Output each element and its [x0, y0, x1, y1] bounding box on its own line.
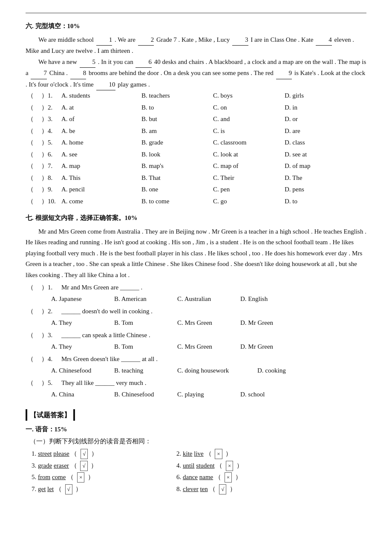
- underline-word: from: [38, 474, 50, 480]
- option-label: A. students: [61, 90, 138, 101]
- top-divider: [26, 13, 366, 13]
- option-label: C. map of: [213, 161, 281, 172]
- options-row: A. ChinaB. ChinesefoodC. playingD. schoo…: [51, 389, 366, 400]
- option-label: D. pens: [285, 184, 336, 195]
- underline-word: ten: [200, 486, 208, 492]
- answer-yi-items: 1. street please （ √ ）2. kite live （ × ）…: [32, 448, 366, 494]
- option-label: A. Japanese: [51, 294, 111, 305]
- underline-word: student: [196, 462, 214, 469]
- answer-item: 1. street please （ √ ）: [32, 448, 176, 460]
- section7-questions: （）1.Mr and Mrs Green are ______ .A. Japa…: [26, 282, 366, 400]
- blank5: 5: [80, 57, 96, 68]
- option-label: C. classroom: [213, 137, 281, 148]
- option-label: C. doing housework: [177, 365, 254, 376]
- underline-word: get: [38, 486, 46, 492]
- option-label: B. teaching: [114, 365, 174, 376]
- option-label: A. map: [61, 161, 138, 172]
- passage2-text-b: . In it you can: [98, 58, 133, 65]
- list-item: （）1.Mr and Mrs Green are ______ .: [26, 282, 366, 293]
- blank7: 7: [31, 68, 47, 79]
- passage1-text-b: . We are: [115, 36, 135, 43]
- blank6: 6: [135, 57, 152, 68]
- answer-item: 3. grade eraser （ √ ）: [32, 460, 176, 471]
- option-label: B. to: [141, 102, 210, 113]
- check-mark: ×: [215, 449, 222, 459]
- option-label: C. look at: [213, 149, 281, 160]
- option-label: D. cooking: [257, 365, 308, 376]
- option-label: C. Their: [213, 173, 281, 184]
- option-label: A. Chinesefood: [51, 365, 111, 376]
- list-item: （）5.A. homeB. gradeC. classroomD. class: [26, 137, 366, 148]
- answer-yi-title: 一. 语音：15%: [26, 424, 366, 435]
- option-label: B. teachers: [141, 90, 210, 101]
- blank8: 8: [70, 68, 86, 79]
- answer-item: 5. from come （ × ）: [32, 472, 176, 483]
- passage1-text-c: Grade 7 . Kate , Mike , Lucy: [156, 36, 230, 43]
- option-label: D. The: [285, 173, 336, 184]
- passage2-text-d: China .: [49, 69, 68, 76]
- option-label: C. on: [213, 102, 281, 113]
- option-label: B. to come: [141, 196, 210, 207]
- option-label: B. Chinesefood: [114, 389, 174, 400]
- option-label: D. to: [285, 196, 336, 207]
- section7-passage: Mr and Mrs Green come from Australia . T…: [26, 226, 366, 281]
- underline-word: grade: [38, 462, 52, 469]
- passage2-text-e: brooms are behind the door . On a desk y…: [89, 69, 274, 76]
- section6-questions: （）1.A. studentsB. teachersC. boysD. girl…: [26, 90, 366, 207]
- option-label: C. Mrs Green: [177, 318, 237, 329]
- option-label: A. China: [51, 389, 111, 400]
- option-label: D. are: [285, 126, 336, 137]
- option-label: C. Mrs Green: [177, 341, 237, 353]
- option-label: B. That: [141, 173, 210, 184]
- option-label: D. Mr Green: [240, 318, 291, 329]
- underline-word: please: [53, 450, 69, 457]
- options-row: A. JapaneseB. AmericanC. AustralianD. En…: [51, 294, 366, 305]
- underline-word: dance: [183, 474, 198, 480]
- list-item: （）3.A. ofB. butC. andD. or: [26, 114, 366, 125]
- list-item: （）2.A. atB. toC. onD. in: [26, 102, 366, 113]
- option-label: D. class: [285, 137, 336, 148]
- answer-row: 5. from come （ × ）6. dance name （ × ）: [32, 472, 366, 483]
- option-label: B. Tom: [114, 318, 174, 329]
- passage2-text-g: play games .: [118, 81, 150, 88]
- option-label: A. home: [61, 137, 138, 148]
- option-label: D. Mr Green: [240, 341, 291, 353]
- option-label: A. be: [61, 126, 138, 137]
- answer-row: 7. get let （ √ ）8. clever ten （ √ ）: [32, 484, 366, 495]
- option-label: D. see at: [285, 149, 336, 160]
- list-item: （）8.A. ThisB. ThatC. TheirD. The: [26, 173, 366, 184]
- check-mark: ×: [77, 472, 84, 483]
- list-item: （）7.A. mapB. map'sC. map ofD. of map: [26, 161, 366, 172]
- passage1-text-a: We are middle school: [38, 36, 94, 43]
- option-label: D. in: [285, 102, 336, 113]
- passage1-text-d: I are in Class One . Kate: [251, 36, 313, 43]
- option-label: B. map's: [141, 161, 210, 172]
- section6-passage2: We have a new 5 . In it you can 6 40 des…: [26, 57, 366, 91]
- underline-word: live: [194, 450, 204, 457]
- underline-word: name: [199, 474, 213, 480]
- option-label: A. They: [51, 318, 111, 329]
- option-label: C. pen: [213, 184, 281, 195]
- check-mark: ×: [225, 472, 232, 483]
- answer-yi-sub: （一）判断下列划线部分的读音是否相同：: [30, 436, 366, 447]
- underline-word: eraser: [54, 462, 69, 469]
- option-label: A. see: [61, 149, 138, 160]
- answer-row: 3. grade eraser （ √ ）4. until student （ …: [32, 460, 366, 471]
- answer-item: 2. kite live （ × ）: [176, 448, 321, 460]
- underline-word: let: [47, 486, 54, 492]
- answer-item: 7. get let （ √ ）: [32, 484, 176, 495]
- option-label: B. but: [141, 114, 210, 125]
- check-mark: √: [219, 484, 226, 494]
- check-mark: √: [80, 461, 87, 471]
- check-mark: √: [81, 449, 88, 459]
- underline-word: kite: [183, 450, 193, 457]
- answer-item: 8. clever ten （ √ ）: [176, 484, 321, 495]
- list-item: （）4.Mrs Green doesn't like ______ at all…: [26, 354, 366, 365]
- blank2: 2: [138, 35, 154, 46]
- underline-word: street: [38, 450, 52, 457]
- list-item: （）2.______ doesn't do well in cooking .: [26, 306, 366, 317]
- options-row: A. TheyB. TomC. Mrs GreenD. Mr Green: [51, 341, 366, 353]
- option-label: C. playing: [177, 389, 237, 400]
- underline-word: clever: [183, 486, 199, 492]
- section6-title: 六. 完型填空：10%: [26, 21, 366, 32]
